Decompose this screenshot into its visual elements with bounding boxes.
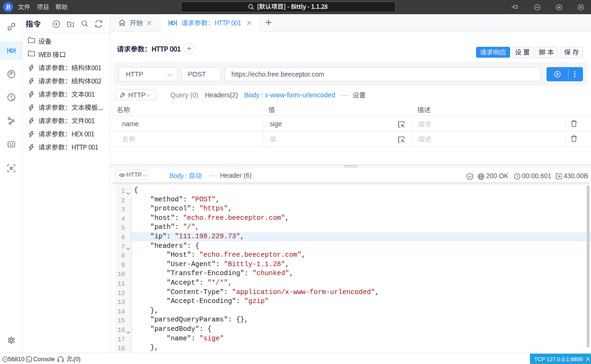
svg-text:B: B: [5, 3, 10, 11]
